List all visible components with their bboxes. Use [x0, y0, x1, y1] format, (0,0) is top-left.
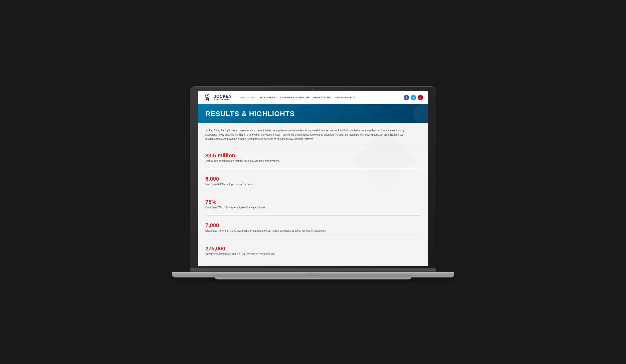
nav-links: ABOUT US ▾ PARTNERS ▾ STORIES OF STRENGT… — [241, 96, 404, 99]
stat-number-4: 7,000 — [205, 222, 421, 229]
logo-subtitle: BEING FAMILY. — [214, 99, 232, 101]
stat-number-1: $3.5 million — [205, 152, 421, 159]
facebook-button[interactable]: f — [404, 95, 409, 100]
screen-bezel: JOCKEY BEING FAMILY. ABOUT US ▾ PARTNERS… — [190, 87, 436, 268]
laptop-container: JOCKEY BEING FAMILY. ABOUT US ▾ PARTNERS… — [190, 87, 436, 277]
divider-4 — [205, 239, 421, 239]
twitter-button[interactable]: t — [411, 95, 416, 100]
nav-partners[interactable]: PARTNERS ▾ — [260, 96, 275, 99]
trackpad-notch — [305, 273, 321, 275]
pinterest-button[interactable]: p — [418, 95, 423, 100]
laptop-base — [172, 272, 454, 277]
screen-content: JOCKEY BEING FAMILY. ABOUT US ▾ PARTNERS… — [198, 91, 428, 266]
divider-2 — [205, 192, 421, 192]
stat-desc-5: Directly impacted more than 275,000 fami… — [205, 253, 421, 255]
chevron-down-icon: ▾ — [274, 97, 275, 99]
nav-get-involved[interactable]: GET INVOLVED ▾ — [335, 96, 355, 99]
divider-3 — [205, 215, 421, 216]
svg-point-1 — [207, 95, 208, 96]
divider-1 — [205, 169, 421, 169]
stat-number-5: 275,000 — [205, 245, 421, 252]
chevron-down-icon: ▾ — [255, 97, 256, 99]
chevron-down-icon: ▾ — [354, 97, 356, 99]
main-content: Jockey Being Family® is our company's co… — [198, 123, 428, 266]
stat-desc-2: More than 6,000 employee volunteer hours — [205, 183, 421, 186]
stat-desc-4: Distributed more than 7,000 backpacks th… — [205, 229, 421, 232]
stat-number-3: 75% — [205, 199, 421, 205]
divider-0 — [205, 146, 421, 146]
stat-desc-1: Jockey has donated more than $3 million … — [205, 160, 421, 162]
navbar: JOCKEY BEING FAMILY. ABOUT US ▾ PARTNERS… — [198, 91, 428, 104]
stat-desc-3: More than 75% of Jockey employees have p… — [205, 206, 421, 209]
nav-about-us[interactable]: ABOUT US ▾ — [241, 96, 256, 99]
nav-news[interactable]: NEWS & BLOG — [313, 96, 331, 99]
hero-banner: RESULTS & HIGHLIGHTS — [198, 104, 428, 123]
stat-row-3: 75% More than 75% of Jockey employees ha… — [205, 196, 421, 212]
logo-text: JOCKEY BEING FAMILY. — [214, 95, 232, 101]
logo-brand: JOCKEY — [214, 95, 232, 99]
stat-number-2: 6,000 — [205, 176, 421, 182]
page-title: RESULTS & HIGHLIGHTS — [205, 110, 421, 118]
laptop-hinge — [190, 268, 436, 272]
intro-paragraph: Jockey Being Family® is our company's co… — [205, 128, 411, 141]
stat-row-2: 6,000 More than 6,000 employee volunteer… — [205, 173, 421, 189]
logo-icon — [203, 93, 212, 102]
stat-row-5: 275,000 Directly impacted more than 275,… — [205, 242, 421, 258]
nav-divider — [237, 94, 237, 101]
logo-area[interactable]: JOCKEY BEING FAMILY. — [203, 93, 232, 102]
stat-row-4: 7,000 Distributed more than 7,000 backpa… — [205, 219, 421, 235]
stat-row-1: $3.5 million Jockey has donated more tha… — [205, 149, 421, 165]
social-icons: f t p — [404, 95, 423, 100]
nav-stories[interactable]: STORIES OF STRENGTH — [280, 96, 309, 99]
